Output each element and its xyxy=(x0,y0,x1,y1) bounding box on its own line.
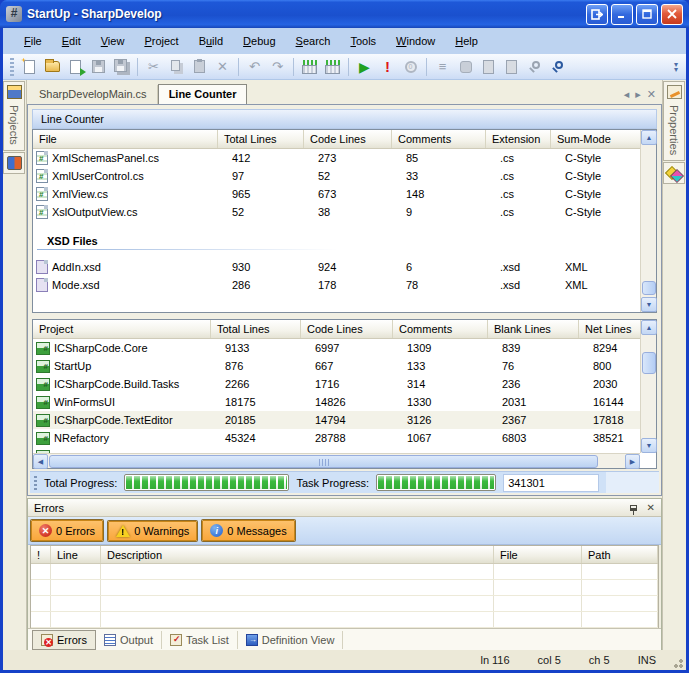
build-icon[interactable] xyxy=(299,57,320,77)
resize-grip[interactable] xyxy=(670,655,684,669)
messages-filter-button[interactable]: i 0 Messages xyxy=(202,520,294,541)
menu-search[interactable]: Search xyxy=(287,32,340,50)
column-header-line[interactable]: Line xyxy=(51,546,101,563)
scroll-up-icon[interactable]: ▲ xyxy=(641,130,657,145)
new-file-icon[interactable] xyxy=(19,57,40,77)
dock-toggle-button[interactable] xyxy=(586,4,608,25)
page-arrow-icon-2[interactable] xyxy=(501,57,522,77)
menu-view[interactable]: View xyxy=(92,32,134,50)
column-header-file[interactable]: File xyxy=(33,130,218,148)
errors-filter-button[interactable]: ✕ 0 Errors xyxy=(31,520,103,541)
list-icon[interactable]: ≡ xyxy=(432,57,453,77)
table-row[interactable]: XmlView.cs 965 673 148 .cs C-Style xyxy=(33,185,640,203)
find-in-files-icon[interactable] xyxy=(524,57,545,77)
scroll-up-icon[interactable]: ▲ xyxy=(641,320,657,335)
scroll-down-icon[interactable]: ▼ xyxy=(641,297,657,312)
run-icon[interactable]: ▶ xyxy=(354,57,375,77)
panel-close-icon[interactable]: ✕ xyxy=(647,503,655,513)
scrollbar-thumb[interactable] xyxy=(49,455,598,468)
close-button[interactable] xyxy=(661,4,683,25)
projects-hscrollbar[interactable]: ◀ ▶ xyxy=(33,453,640,468)
menu-debug[interactable]: Debug xyxy=(234,32,284,50)
toolbar-grip[interactable] xyxy=(10,58,14,76)
menu-file[interactable]: File xyxy=(15,32,51,50)
warnings-filter-button[interactable]: 0 Warnings xyxy=(108,521,197,541)
table-row[interactable]: WinFormsUI 18175 14826 1330 2031 16144 xyxy=(33,393,640,411)
copy-icon[interactable] xyxy=(166,57,187,77)
maximize-button[interactable] xyxy=(636,4,658,25)
table-row[interactable]: XmlSchemasPanel.cs 412 273 85 .cs C-Styl… xyxy=(33,149,640,167)
column-header-severity[interactable]: ! xyxy=(31,546,51,563)
projects-scrollbar[interactable]: ▲ ▼ xyxy=(640,320,656,453)
scrollbar-thumb[interactable] xyxy=(642,352,656,374)
table-row[interactable]: StartUp 876 667 133 76 800 xyxy=(33,357,640,375)
cut-icon[interactable]: ✂ xyxy=(143,57,164,77)
scroll-left-icon[interactable]: ◀ xyxy=(33,454,48,469)
tab-close-icon[interactable]: ✕ xyxy=(647,89,656,100)
table-row[interactable]: ICSharpCode.Core 9133 6997 1309 839 8294 xyxy=(33,339,640,357)
column-header-total-lines[interactable]: Total Lines xyxy=(211,320,301,338)
table-row[interactable]: XmlUserControl.cs 97 52 33 .cs C-Style xyxy=(33,167,640,185)
page-arrow-icon-1[interactable] xyxy=(478,57,499,77)
column-header-path[interactable]: Path xyxy=(582,546,658,563)
column-header-code-lines[interactable]: Code Lines xyxy=(301,320,393,338)
open-with-icon[interactable] xyxy=(65,57,86,77)
table-row[interactable]: XslOutputView.cs 52 38 9 .cs C-Style xyxy=(33,203,640,221)
search-icon[interactable] xyxy=(547,57,568,77)
stop-icon[interactable] xyxy=(455,57,476,77)
redo-icon[interactable]: ↷ xyxy=(267,57,288,77)
tab-scroll-left-icon[interactable]: ◂ xyxy=(624,89,630,100)
menu-tools[interactable]: Tools xyxy=(341,32,385,50)
delete-icon[interactable]: ✕ xyxy=(212,57,233,77)
column-header-comments[interactable]: Comments xyxy=(392,130,486,148)
scroll-down-icon[interactable]: ▼ xyxy=(641,438,657,453)
menu-project[interactable]: Project xyxy=(135,32,187,50)
table-row[interactable]: Mode.xsd 286 178 78 .xsd XML xyxy=(33,276,640,294)
table-row[interactable]: AddIn.xsd 930 924 6 .xsd XML xyxy=(33,258,640,276)
tab-errors[interactable]: Errors xyxy=(32,630,96,650)
files-scrollbar[interactable]: ▲ ▼ xyxy=(640,130,656,312)
menu-build[interactable]: Build xyxy=(190,32,232,50)
record-icon[interactable]: 0 xyxy=(400,57,421,77)
column-header-code-lines[interactable]: Code Lines xyxy=(304,130,392,148)
toolbar-overflow-icon[interactable]: ▾▾ xyxy=(670,62,682,72)
menu-window[interactable]: Window xyxy=(387,32,444,50)
column-header-project[interactable]: Project xyxy=(33,320,211,338)
scrollbar-thumb[interactable] xyxy=(642,281,656,295)
cell-comments: 1330 xyxy=(393,396,488,408)
column-header-description[interactable]: Description xyxy=(101,546,494,563)
save-icon[interactable] xyxy=(88,57,109,77)
paste-icon[interactable] xyxy=(189,57,210,77)
sidebar-item-properties[interactable]: Properties xyxy=(663,81,685,161)
scroll-right-icon[interactable]: ▶ xyxy=(625,454,640,469)
table-row-selected[interactable]: ICSharpCode.TextEditor 20185 14794 3126 … xyxy=(33,411,640,429)
tab-definition-view[interactable]: Definition View xyxy=(238,631,344,649)
rebuild-icon[interactable] xyxy=(322,57,343,77)
tab-task-list[interactable]: Task List xyxy=(162,631,238,649)
table-row[interactable]: ICSharpCode.Build.Tasks 2266 1716 314 23… xyxy=(33,375,640,393)
column-header-file[interactable]: File xyxy=(494,546,582,563)
cell-total: 18175 xyxy=(211,396,301,408)
pin-icon[interactable] xyxy=(630,505,637,511)
minimize-button[interactable] xyxy=(611,4,633,25)
column-header-comments[interactable]: Comments xyxy=(393,320,488,338)
abort-icon[interactable]: ! xyxy=(377,57,398,77)
progress-strip-grip[interactable] xyxy=(34,476,37,490)
table-row[interactable]: NRefactory 45324 28788 1067 6803 38521 xyxy=(33,429,640,447)
column-header-total-lines[interactable]: Total Lines xyxy=(218,130,304,148)
sidebar-item-toolbox[interactable] xyxy=(663,162,685,184)
open-folder-icon[interactable] xyxy=(42,57,63,77)
tab-sharpdevelopmain[interactable]: SharpDevelopMain.cs xyxy=(29,85,158,104)
column-header-extension[interactable]: Extension xyxy=(486,130,551,148)
sidebar-item-projects[interactable]: Projects xyxy=(3,81,25,151)
tab-scroll-right-icon[interactable]: ▸ xyxy=(635,89,641,100)
column-header-blank-lines[interactable]: Blank Lines xyxy=(488,320,579,338)
menu-help[interactable]: Help xyxy=(446,32,487,50)
sidebar-item-classes[interactable] xyxy=(3,152,25,174)
save-all-icon[interactable] xyxy=(111,57,132,77)
undo-icon[interactable]: ↶ xyxy=(244,57,265,77)
tab-output[interactable]: Output xyxy=(96,631,162,649)
menu-edit[interactable]: Edit xyxy=(53,32,90,50)
cell-total: 97 xyxy=(218,170,304,182)
tab-line-counter[interactable]: Line Counter xyxy=(158,84,248,104)
